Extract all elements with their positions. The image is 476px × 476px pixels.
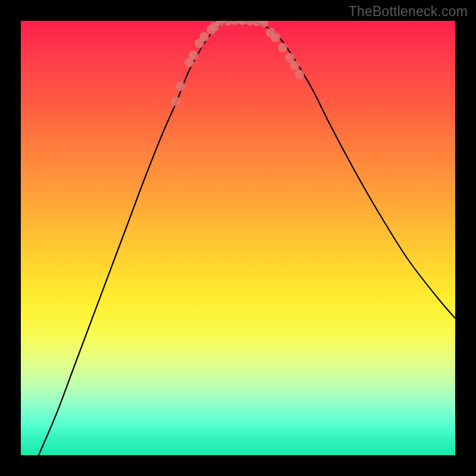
data-marker [260, 21, 268, 27]
data-marker [189, 51, 198, 60]
data-marker [238, 21, 246, 25]
markers-left [171, 22, 219, 106]
chart-frame: TheBottleneck.com [0, 0, 476, 476]
bottleneck-curve [39, 21, 455, 455]
data-marker [171, 96, 180, 106]
chart-svg [21, 21, 455, 455]
watermark-text: TheBottleneck.com [349, 4, 468, 20]
data-marker [176, 82, 185, 91]
data-marker [224, 21, 232, 26]
data-marker [253, 21, 261, 26]
data-marker [246, 21, 254, 26]
data-marker [295, 70, 304, 79]
plot-area [21, 21, 455, 455]
markers-right [266, 28, 304, 79]
data-marker [290, 61, 299, 70]
data-marker [271, 33, 280, 42]
data-marker [231, 21, 239, 25]
data-marker [199, 32, 209, 42]
data-marker [278, 43, 287, 52]
